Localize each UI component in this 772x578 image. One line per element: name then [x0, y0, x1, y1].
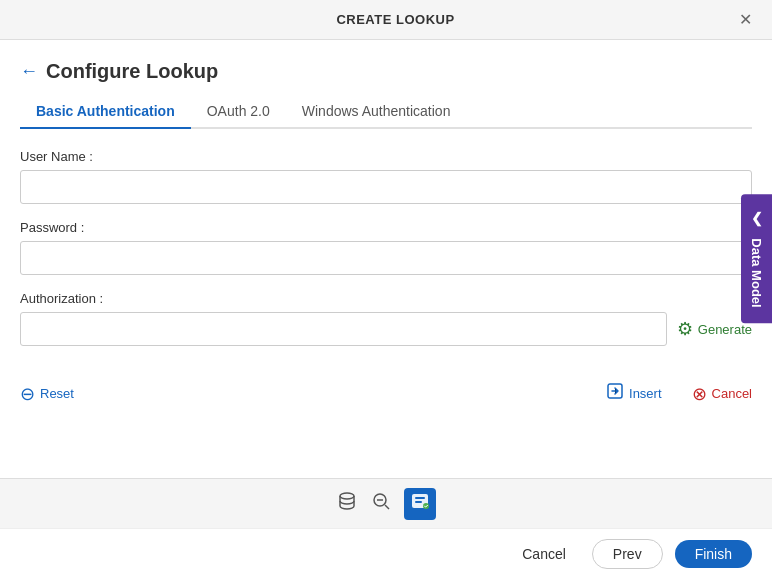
- prev-button[interactable]: Prev: [592, 539, 663, 569]
- insert-label: Insert: [629, 386, 662, 401]
- cancel-icon: ⊗: [692, 383, 707, 405]
- svg-rect-6: [415, 497, 425, 499]
- authorization-field-group: Authorization : ⚙ Generate: [20, 291, 752, 346]
- svg-line-4: [385, 505, 389, 509]
- chevron-icon: ❮: [751, 210, 763, 226]
- create-lookup-modal: CREATE LOOKUP ✕ ← Configure Lookup Basic…: [0, 0, 772, 578]
- finish-button[interactable]: Finish: [675, 540, 752, 568]
- gear-icon: ⚙: [677, 318, 693, 340]
- authorization-row: ⚙ Generate: [20, 312, 752, 346]
- modal-footer: Cancel Prev Finish: [0, 528, 772, 578]
- reset-button[interactable]: ⊖ Reset: [20, 383, 74, 405]
- authorization-label: Authorization :: [20, 291, 752, 306]
- reset-label: Reset: [40, 386, 74, 401]
- cancel-action-label: Cancel: [712, 386, 752, 401]
- username-input[interactable]: [20, 170, 752, 204]
- svg-rect-7: [415, 501, 422, 503]
- data-model-sidebar-tab[interactable]: ❮ Data Model: [741, 194, 772, 323]
- active-icon[interactable]: [404, 488, 436, 520]
- tab-basic-authentication[interactable]: Basic Authentication: [20, 95, 191, 127]
- footer-cancel-button[interactable]: Cancel: [508, 540, 580, 568]
- tabs-container: Basic Authentication OAuth 2.0 Windows A…: [20, 95, 752, 129]
- footer-icons-bar: [0, 478, 772, 528]
- close-button[interactable]: ✕: [735, 6, 756, 33]
- svg-point-8: [423, 503, 429, 509]
- modal-header: CREATE LOOKUP ✕: [0, 0, 772, 40]
- password-label: Password :: [20, 220, 752, 235]
- insert-button[interactable]: Insert: [606, 382, 662, 405]
- modal-title: CREATE LOOKUP: [56, 12, 735, 27]
- insert-icon: [606, 382, 624, 405]
- back-button[interactable]: ←: [20, 61, 38, 82]
- zoom-out-icon[interactable]: [370, 490, 392, 518]
- sidebar-label: Data Model: [749, 238, 764, 307]
- page-title: Configure Lookup: [46, 60, 218, 83]
- tab-windows-authentication[interactable]: Windows Authentication: [286, 95, 467, 127]
- cancel-action-button[interactable]: ⊗ Cancel: [692, 383, 752, 405]
- password-field-group: Password :: [20, 220, 752, 275]
- database-icon[interactable]: [336, 490, 358, 518]
- generate-label: Generate: [698, 322, 752, 337]
- svg-point-1: [340, 493, 354, 499]
- username-field-group: User Name :: [20, 149, 752, 204]
- username-label: User Name :: [20, 149, 752, 164]
- modal-body: ← Configure Lookup Basic Authentication …: [0, 40, 772, 478]
- password-input[interactable]: [20, 241, 752, 275]
- actions-row: ⊖ Reset Insert ⊗ Cancel: [20, 382, 752, 405]
- tab-oauth[interactable]: OAuth 2.0: [191, 95, 286, 127]
- reset-icon: ⊖: [20, 383, 35, 405]
- authorization-input[interactable]: [20, 312, 667, 346]
